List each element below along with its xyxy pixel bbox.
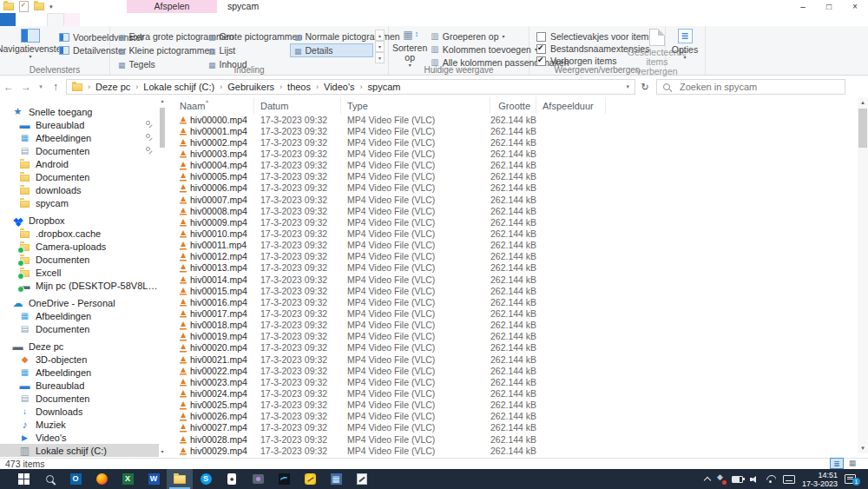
file-row[interactable]: hiv00022.mp4 17-3-2023 09:32 MP4 Video F… (169, 365, 858, 376)
sidebar-item[interactable]: Mijn pc (DESKTOP-58V8LK1) (0, 279, 159, 292)
qat-properties-icon[interactable] (19, 1, 29, 12)
refresh-button[interactable]: ↻ (635, 82, 654, 93)
ribbon-tab[interactable] (47, 13, 64, 26)
clock[interactable]: 14:51 17-3-2023 (802, 471, 838, 488)
file-row[interactable]: hiv00001.mp4 17-3-2023 09:32 MP4 Video F… (169, 125, 858, 136)
ribbon-tab[interactable] (64, 13, 80, 26)
taskbar-icon-editor[interactable] (349, 469, 375, 489)
taskbar-icon-videoapp[interactable] (271, 469, 297, 489)
options-button[interactable]: ≣ Opties ▾ (666, 26, 704, 60)
file-row[interactable]: hiv00014.mp4 17-3-2023 09:32 MP4 Video F… (169, 274, 858, 285)
sidebar-item[interactable]: Deze pc (0, 340, 159, 353)
breadcrumb-item[interactable]: ›spycam (355, 82, 401, 92)
sidebar-item[interactable]: Dropbox (0, 214, 159, 227)
layout-option[interactable]: Kleine pictogrammen (114, 43, 204, 57)
column-header-type[interactable]: Type (341, 97, 490, 114)
sidebar-scroll-down-icon[interactable]: ▾ (159, 448, 166, 454)
tray-overflow-chevron-icon[interactable] (704, 476, 711, 483)
column-header-name[interactable]: ▴Naam (169, 97, 254, 114)
file-list-scrollbar[interactable]: ▴ ▾ (858, 97, 868, 453)
file-row[interactable]: hiv00017.mp4 17-3-2023 09:32 MP4 Video F… (169, 307, 858, 319)
layout-option[interactable]: Lijst (204, 43, 290, 57)
restore-button[interactable]: □ (816, 0, 842, 13)
battery-icon[interactable] (732, 476, 743, 483)
minimize-button[interactable]: – (790, 0, 816, 13)
sidebar-item[interactable]: Afbeeldingen (0, 366, 159, 379)
file-row[interactable]: hiv00007.mp4 17-3-2023 09:32 MP4 Video F… (169, 194, 858, 205)
sidebar-scroll-up-icon[interactable]: ▴ (159, 97, 166, 103)
breadcrumb-item[interactable]: ›Video's (311, 82, 355, 92)
sidebar-item[interactable]: Afbeeldingen (0, 131, 159, 144)
sidebar-item[interactable]: 3D-objecten (0, 353, 159, 366)
sidebar-item[interactable]: Documenten (0, 322, 159, 335)
recent-locations-chevron-icon[interactable]: ▾ (35, 83, 47, 90)
address-box[interactable]: ›Deze pc›Lokale schijf (C:)›Gebruikers›t… (66, 79, 635, 95)
close-button[interactable]: × (842, 0, 868, 13)
keyboard-icon[interactable] (783, 475, 795, 484)
column-header-duration[interactable]: Afspeelduur (536, 97, 606, 114)
taskbar-icon-start[interactable] (10, 469, 36, 489)
breadcrumb-item[interactable]: ›Lokale schijf (C:) (130, 82, 214, 92)
ribbon-tab[interactable] (0, 13, 16, 26)
file-row[interactable]: hiv00012.mp4 17-3-2023 09:32 MP4 Video F… (169, 251, 858, 262)
column-header-date[interactable]: Datum (254, 97, 341, 114)
file-row[interactable]: hiv00005.mp4 17-3-2023 09:32 MP4 Video F… (169, 171, 858, 182)
file-row[interactable]: hiv00008.mp4 17-3-2023 09:32 MP4 Video F… (169, 205, 858, 216)
taskbar-icon-excel[interactable] (115, 469, 141, 489)
breadcrumb-item[interactable]: ›Deze pc (82, 82, 130, 92)
dropbox-tray-icon[interactable] (717, 475, 725, 483)
file-row[interactable]: hiv00015.mp4 17-3-2023 09:32 MP4 Video F… (169, 285, 858, 296)
scroll-down-icon[interactable]: ▾ (858, 443, 868, 453)
taskbar-icon-solitaire[interactable] (219, 469, 245, 489)
sidebar-item[interactable]: .dropbox.cache (0, 227, 159, 240)
file-row[interactable]: hiv00009.mp4 17-3-2023 09:32 MP4 Video F… (169, 216, 858, 228)
sidebar-item[interactable]: Afbeeldingen (0, 309, 159, 322)
sidebar-item[interactable]: Bureaublad (0, 379, 159, 392)
file-row[interactable]: hiv00018.mp4 17-3-2023 09:32 MP4 Video F… (169, 320, 858, 331)
sidebar-item[interactable]: Video's (0, 431, 159, 444)
taskbar-icon-firefox[interactable] (89, 469, 115, 489)
sidebar-item[interactable]: Excell (0, 266, 159, 279)
taskbar-icon-camera[interactable] (245, 469, 271, 489)
file-row[interactable]: hiv00019.mp4 17-3-2023 09:32 MP4 Video F… (169, 331, 858, 342)
file-row[interactable]: hiv00003.mp4 17-3-2023 09:32 MP4 Video F… (169, 148, 858, 159)
file-row[interactable]: hiv00029.mp4 17-3-2023 09:32 MP4 Video F… (169, 445, 858, 456)
show-hide-checkbox[interactable]: Selectievakjes voor items (536, 30, 634, 43)
taskbar-icon-outlook[interactable] (62, 469, 89, 489)
file-row[interactable]: hiv00021.mp4 17-3-2023 09:32 MP4 Video F… (169, 354, 858, 365)
layout-option[interactable]: Details (290, 43, 373, 57)
show-hide-checkbox[interactable]: Bestandsnaamextensies (536, 43, 634, 55)
wifi-icon[interactable] (766, 475, 776, 483)
sidebar-item[interactable]: Documenten (0, 170, 159, 183)
gallery-scroll-up-icon[interactable]: ▴ (375, 30, 385, 41)
sidebar-item[interactable]: Documenten (0, 253, 159, 266)
file-row[interactable]: hiv00002.mp4 17-3-2023 09:32 MP4 Video F… (169, 136, 858, 148)
taskbar-icon-explorer[interactable] (167, 469, 193, 489)
file-row[interactable]: hiv00004.mp4 17-3-2023 09:32 MP4 Video F… (169, 160, 858, 171)
thumbnails-view-button[interactable]: ▦ (845, 458, 859, 469)
file-row[interactable]: hiv00013.mp4 17-3-2023 09:32 MP4 Video F… (169, 262, 858, 274)
column-header-size[interactable]: Grootte (490, 97, 536, 114)
file-row[interactable]: hiv00020.mp4 17-3-2023 09:32 MP4 Video F… (169, 342, 858, 354)
gallery-scroll-down-icon[interactable]: ▾ (375, 41, 385, 52)
file-row[interactable]: hiv00016.mp4 17-3-2023 09:32 MP4 Video F… (169, 296, 858, 307)
file-row[interactable]: hiv00026.mp4 17-3-2023 09:32 MP4 Video F… (169, 411, 858, 422)
action-center-icon[interactable]: 1 (845, 474, 856, 484)
file-row[interactable]: hiv00000.mp4 17-3-2023 09:32 MP4 Video F… (169, 114, 858, 125)
scroll-up-icon[interactable]: ▴ (858, 97, 868, 108)
taskbar-icon-skype[interactable] (193, 469, 219, 489)
sidebar-item[interactable]: Documenten (0, 392, 159, 405)
up-button[interactable]: ↑ (47, 81, 64, 93)
taskbar-icon-goldwave[interactable] (297, 469, 323, 489)
address-dropdown-chevron-icon[interactable]: ▾ (626, 83, 629, 90)
sidebar-item[interactable]: Documenten (0, 144, 159, 157)
sidebar-item[interactable]: Camera-uploads (0, 240, 159, 253)
sidebar-item[interactable]: OneDrive - Personal (0, 296, 159, 309)
taskbar-icon-calculator[interactable] (323, 469, 349, 489)
file-row[interactable]: hiv00025.mp4 17-3-2023 09:32 MP4 Video F… (169, 400, 858, 411)
file-row[interactable]: hiv00024.mp4 17-3-2023 09:32 MP4 Video F… (169, 387, 858, 399)
sidebar-item[interactable]: Lokale schijf (C:) (0, 444, 159, 457)
sidebar-item[interactable]: spycam (0, 196, 159, 209)
sidebar-item[interactable]: Android (0, 157, 159, 170)
forward-button[interactable]: → (17, 81, 35, 93)
